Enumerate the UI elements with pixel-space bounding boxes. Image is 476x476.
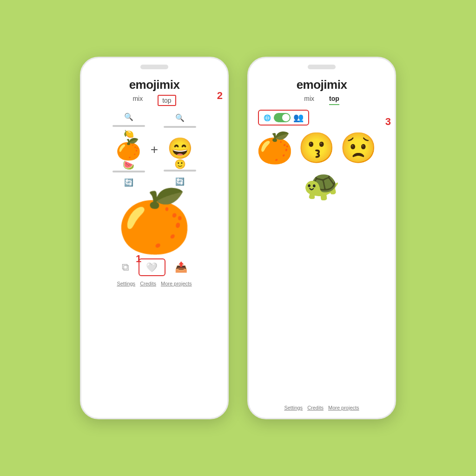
top-emoji-1[interactable]: 🍊 xyxy=(256,133,293,163)
heart-icon: 🤍 xyxy=(146,262,158,273)
left-emoji-slot: 🍋 🍊 🍉 xyxy=(112,125,145,174)
plus-sign: + xyxy=(151,142,158,157)
right-bottom-emoji: 🙂 xyxy=(174,159,186,170)
emoji-mixer-area: 🔍 🍋 🍊 🍉 🔄 + 🔍 😄 xyxy=(81,106,227,189)
footer-links-1: Settings Credits More projects xyxy=(117,281,192,286)
refresh-right-icon[interactable]: 🔄 xyxy=(173,175,186,188)
credits-link-2[interactable]: Credits xyxy=(307,405,324,410)
left-main-emoji: 🍊 xyxy=(116,139,141,159)
action-row: ⧉ 🤍 📤 xyxy=(122,258,187,276)
right-slot-top-bar xyxy=(164,126,196,128)
search-left-icon[interactable]: 🔍 xyxy=(122,111,135,123)
top-emoji-4[interactable]: 🐢 xyxy=(303,170,340,200)
people-icon: 👥 xyxy=(293,112,304,123)
left-slot-top-bar xyxy=(112,125,145,127)
share-icon[interactable]: 📤 xyxy=(175,261,187,273)
globe-icon: 🌐 xyxy=(264,114,271,121)
badge-3: 3 xyxy=(385,116,391,128)
top-emojis-row2: 🐢 xyxy=(296,170,348,200)
phone-1: emojimix mix top 🔍 🍋 🍊 🍉 xyxy=(80,57,229,419)
credits-link-1[interactable]: Credits xyxy=(140,281,156,286)
top-emoji-3[interactable]: 😟 xyxy=(340,133,377,163)
mix-row: 🔍 🍋 🍊 🍉 🔄 + 🔍 😄 xyxy=(89,111,220,189)
settings-link-1[interactable]: Settings xyxy=(117,281,135,286)
right-emoji-slot: 😄 🙂 xyxy=(164,126,196,173)
phone-screen-1: emojimix mix top 🔍 🍋 🍊 🍉 xyxy=(81,73,227,410)
top-emoji-2[interactable]: 😗 xyxy=(298,133,335,163)
toggle-switch[interactable] xyxy=(274,113,291,122)
tab-bar-1: mix top xyxy=(132,95,176,106)
right-slot-bottom-bar xyxy=(164,170,196,172)
app-title-2: emojimix xyxy=(297,78,347,92)
badge-1: 1 xyxy=(136,253,141,265)
top-emojis-grid: 🍊 😗 😟 xyxy=(249,126,395,170)
right-main-emoji: 😄 xyxy=(167,138,193,159)
more-link-1[interactable]: More projects xyxy=(161,281,192,286)
tab-mix-2[interactable]: mix xyxy=(304,95,314,105)
search-right-icon[interactable]: 🔍 xyxy=(173,112,186,124)
more-link-2[interactable]: More projects xyxy=(328,405,359,410)
phone-2: emojimix mix top 🌐 👥 🍊 😗 😟 xyxy=(247,57,396,419)
heart-button[interactable]: 🤍 xyxy=(139,258,165,276)
result-emoji-display: 🍊 xyxy=(117,191,192,251)
phone-screen-2: emojimix mix top 🌐 👥 🍊 😗 😟 xyxy=(249,73,395,410)
copy-icon[interactable]: ⧉ xyxy=(122,261,129,273)
settings-link-2[interactable]: Settings xyxy=(284,405,303,410)
left-slot-bottom-bar xyxy=(112,171,145,172)
footer-links-2: Settings Credits More projects xyxy=(284,405,359,410)
tab-top-2[interactable]: top xyxy=(329,95,339,105)
tab-top-1[interactable]: top xyxy=(158,95,176,106)
phone-top-notch-2 xyxy=(308,65,336,69)
tab-bar-2: mix top xyxy=(304,95,339,105)
badge-2: 2 xyxy=(217,90,223,102)
phone-top-notch xyxy=(140,65,168,69)
app-title-1: emojimix xyxy=(129,78,180,92)
toggle-area[interactable]: 🌐 👥 xyxy=(258,110,309,126)
tab-mix-1[interactable]: mix xyxy=(132,95,143,106)
left-bottom-emoji: 🍉 xyxy=(123,159,134,171)
toggle-knob xyxy=(282,114,290,121)
